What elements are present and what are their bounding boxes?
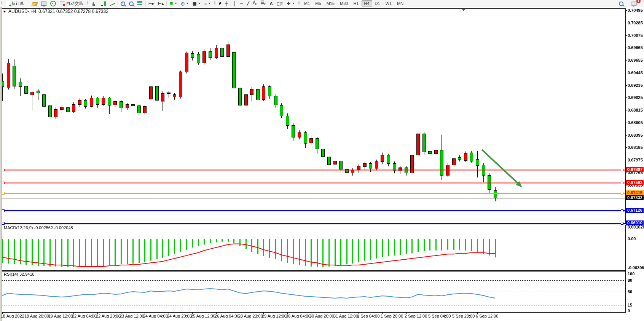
- price-line-label: 0.67332: [626, 195, 644, 200]
- add-indicator-icon: ⊞: [169, 1, 173, 6]
- macd-axis-tick: 0.00: [628, 236, 636, 241]
- tile-windows-button[interactable]: [135, 0, 145, 7]
- toolbar-grip[interactable]: [214, 1, 215, 6]
- bar-chart-button[interactable]: [90, 0, 99, 7]
- time-axis-label: 5 Sep 20:00: [452, 314, 475, 318]
- macd-axis-tick: -0.003961: [628, 265, 644, 270]
- timeframe-h4[interactable]: H4: [362, 0, 372, 6]
- timeframe-m15[interactable]: M15: [324, 0, 337, 6]
- price-line-label: 0.67415: [626, 190, 644, 195]
- timeframe-mn[interactable]: MN: [394, 0, 406, 6]
- tile-windows-icon: [137, 1, 143, 6]
- toolbar: 新订单 自动交易: [0, 0, 644, 7]
- timeframe-m30[interactable]: M30: [337, 0, 351, 6]
- new-order-button[interactable]: 新订单: [4, 0, 26, 7]
- timeframe-group: M1M5M15M30H1H4D1W1MN: [300, 0, 407, 6]
- time-axis-label: 18 Aug 20:00: [24, 314, 49, 318]
- text-label-button[interactable]: ⬚T: [275, 0, 285, 7]
- equidistant-channel-button[interactable]: ⫽E: [251, 0, 259, 8]
- vertical-line-button[interactable]: │: [232, 0, 238, 7]
- zoom-out-icon: [129, 2, 134, 6]
- time-axis-label: 28 Aug 23:00: [238, 314, 263, 318]
- rsi-axis-tick: 80: [628, 278, 632, 283]
- time-axis-label: 6 Sep 12:00: [476, 314, 498, 318]
- dropdown-caret-icon: [175, 3, 177, 4]
- price-axis-tick: 0.68605: [628, 120, 643, 125]
- rsi-axis-tick: 50: [628, 289, 632, 294]
- chart-title: AUDUSD-,H4 0.67321 0.67352 0.67278 0.673…: [3, 9, 108, 14]
- symbol-search-button[interactable]: [617, 0, 625, 7]
- new-order-label: 新订单: [11, 1, 24, 6]
- arrows-button[interactable]: ✣: [285, 0, 296, 7]
- price-axis-tick: 0.68185: [628, 145, 643, 150]
- candlestick-chart-button[interactable]: [99, 0, 108, 7]
- template-button[interactable]: ▦: [191, 0, 202, 7]
- auto-scroll-button[interactable]: ⊢▸: [147, 0, 156, 7]
- time-axis-label: 31 Aug 12:00: [333, 314, 358, 318]
- separator: [28, 1, 28, 6]
- time-axis-label: 1 Sep 20:00: [381, 314, 403, 318]
- cursor-button[interactable]: [217, 0, 223, 6]
- zoom-in-icon: [121, 2, 125, 6]
- text-button[interactable]: A: [268, 0, 275, 7]
- horizontal-line-button[interactable]: ─: [238, 0, 245, 7]
- dropdown-caret-icon: [187, 3, 189, 4]
- time-axis-label: 22 Aug 20:00: [96, 314, 121, 318]
- timeframe-m5[interactable]: M5: [312, 0, 324, 6]
- indicator-list-button[interactable]: ≈: [202, 1, 212, 6]
- window-edge: [0, 7, 2, 321]
- line-chart-button[interactable]: [108, 0, 117, 7]
- time-axis-label: 5 Sep 04:00: [428, 314, 451, 318]
- rsi-axis-tick: 15: [628, 303, 632, 307]
- autotrade-icon: [60, 2, 65, 6]
- toolbar-grip[interactable]: [1, 1, 2, 6]
- indicator-list-icon: ≈: [204, 2, 206, 6]
- trendline-button[interactable]: ╱: [245, 0, 251, 7]
- autotrade-label: 自动交易: [66, 1, 83, 6]
- zoom-out-button[interactable]: [127, 0, 135, 7]
- time-axis-label: 25 Aug 12:00: [191, 314, 215, 318]
- time-axis-label: 19 Aug 12:00: [48, 314, 73, 318]
- toolbar-grip[interactable]: [87, 1, 88, 6]
- line-chart-icon: [110, 2, 115, 6]
- price-axis-tick: 0.69865: [628, 45, 643, 50]
- price-line-label: 0.67126: [626, 208, 644, 213]
- period-clock-button[interactable]: ◷: [179, 0, 191, 7]
- terminal-button[interactable]: [39, 0, 48, 6]
- metaeditor-icon: [31, 2, 38, 6]
- signals-button[interactable]: [48, 0, 58, 7]
- add-indicator-button[interactable]: ⊞: [167, 0, 179, 7]
- toolbar-grip[interactable]: [298, 1, 300, 6]
- timeframe-h1[interactable]: H1: [351, 0, 361, 6]
- chart-canvas[interactable]: [0, 0, 644, 321]
- zoom-in-button[interactable]: [119, 0, 127, 7]
- fibonacci-icon: ☰F: [261, 0, 266, 6]
- time-axis-label: 24 Aug 04:00: [143, 314, 168, 318]
- timeframe-m1[interactable]: M1: [301, 0, 312, 6]
- time-axis-label: 30 Aug 20:00: [309, 314, 334, 318]
- bar-chart-icon: [92, 2, 97, 6]
- chart-shift-button[interactable]: ⊢▴: [156, 0, 166, 7]
- time-axis-label: 26 Aug 04:00: [215, 314, 239, 318]
- time-axis-label: 2 Sep 12:00: [405, 314, 427, 318]
- metaeditor-button[interactable]: [30, 0, 39, 7]
- text-label-icon: ⬚T: [277, 1, 283, 6]
- rsi-axis-tick: 0: [628, 308, 630, 313]
- crosshair-button[interactable]: ┼: [223, 0, 230, 7]
- timeframe-w1[interactable]: W1: [383, 0, 395, 6]
- autotrade-button[interactable]: 自动交易: [58, 0, 85, 7]
- collapse-arrow-icon[interactable]: [3, 11, 6, 13]
- fibonacci-button[interactable]: ☰F: [259, 0, 268, 8]
- separator: [145, 1, 146, 6]
- vertical-line-icon: │: [234, 1, 236, 6]
- auto-scroll-icon: ⊢▸: [148, 1, 154, 6]
- macd-label: MACD(12,26,9) -0.002562 -0.002048: [4, 225, 73, 230]
- ohlc-readout: 0.67321 0.67352 0.67278 0.67332: [38, 9, 108, 14]
- timeframe-d1[interactable]: D1: [372, 0, 383, 6]
- rsi-axis-tick: 100: [628, 271, 634, 276]
- arrows-icon: ✣: [287, 1, 290, 6]
- price-axis-tick: 0.68395: [628, 133, 643, 137]
- notifications-button[interactable]: 1: [629, 0, 639, 6]
- template-icon: ▦: [193, 1, 196, 6]
- mt4-window: { "toolbar": { "new_order_label": "新订单",…: [0, 0, 644, 321]
